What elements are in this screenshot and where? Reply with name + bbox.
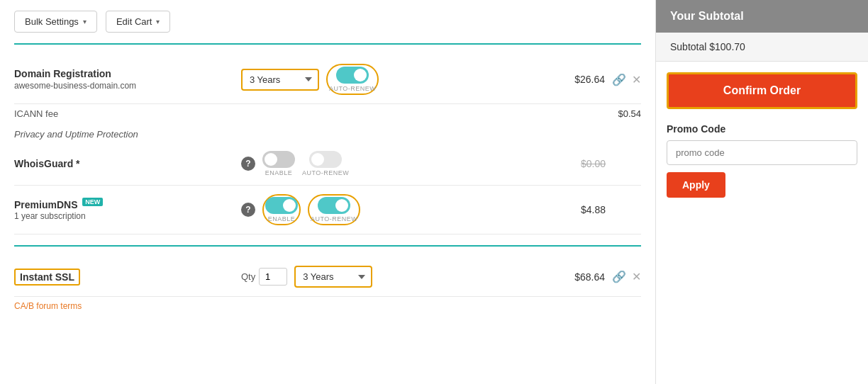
bulk-settings-button[interactable]: Bulk Settings ▾ [14,11,97,33]
whoisguard-autorenew-wrapper: AUTO-RENEW [302,151,349,176]
ssl-row: Instant SSL Qty 1 Year 2 Years 3 Years $… [14,257,641,297]
confirm-order-button[interactable]: Confirm Order [667,72,857,109]
sidebar-subtotal-label: Subtotal [670,41,706,52]
ssl-price: $68.64 [562,271,605,283]
premiumdns-autorenew-toggle[interactable] [318,197,350,214]
domain-price: $26.64 [562,74,605,85]
domain-registration-row: Domain Registration awesome-business-dom… [14,55,641,104]
ssl-name-wrapper: Instant SSL [14,269,241,286]
premiumdns-autorenew-label: AUTO-RENEW [311,215,357,222]
whoisguard-autorenew-label: AUTO-RENEW [302,169,349,176]
ssl-qty-input[interactable] [259,268,287,286]
premiumdns-enable-label: ENABLE [268,215,296,222]
sidebar-title: Your Subtotal [670,10,744,22]
premiumdns-price: $4.88 [563,204,606,215]
promo-section: Promo Code Apply [656,113,868,208]
whoisguard-autorenew-toggle [309,151,342,168]
premiumdns-badge: NEW [82,198,103,206]
section-divider [14,245,641,247]
domain-delete-icon[interactable]: ✕ [632,73,641,86]
domain-autorenew-label: AUTO-RENEW [329,85,376,92]
ssl-actions: 🔗 ✕ [612,270,641,283]
edit-cart-arrow: ▾ [156,18,160,26]
whoisguard-enable-toggle[interactable] [262,151,295,168]
premiumdns-info: PremiumDNS NEW 1 year subscription [14,198,241,222]
privacy-section-label: Privacy and Uptime Protection [14,123,641,142]
ssl-name: Instant SSL [14,269,80,286]
promo-input[interactable] [667,140,857,165]
sidebar: Your Subtotal Subtotal $100.70 Confirm O… [655,0,868,384]
domain-years-select[interactable]: 1 Year 2 Years 3 Years 5 Years 10 Years [241,69,319,91]
whoisguard-help-icon[interactable]: ? [241,157,255,171]
whoisguard-controls: ? ENABLE AUTO-RENEW [241,151,563,176]
confirm-btn-wrapper: Confirm Order [656,62,868,113]
domain-subtitle: awesome-business-domain.com [14,81,241,91]
premiumdns-subtitle: 1 year subscription [14,211,241,221]
premiumdns-name: PremiumDNS NEW [14,198,241,210]
ssl-delete-icon[interactable]: ✕ [632,270,641,283]
whoisguard-row: WhoisGuard * ? ENABLE AUTO-RENEW [14,142,641,186]
cab-link[interactable]: CA/B forum terms [14,301,82,311]
domain-name: Domain Registration [14,68,241,79]
sidebar-header: Your Subtotal [656,0,868,33]
icann-row: ICANN fee $0.54 [14,104,641,123]
ssl-years-select[interactable]: 1 Year 2 Years 3 Years [294,266,372,288]
ssl-qty-label: Qty [241,271,255,282]
whoisguard-name: WhoisGuard * [14,158,241,169]
premiumdns-autorenew-wrapper: AUTO-RENEW [308,194,360,225]
domain-actions: 🔗 ✕ [612,73,641,86]
ssl-info: Instant SSL [14,269,241,286]
cab-row: CA/B forum terms [14,297,641,318]
whoisguard-info: WhoisGuard * [14,158,241,169]
premiumdns-controls: ? ENABLE AUTO-RENEW [241,194,563,225]
bulk-settings-label: Bulk Settings [25,16,79,27]
edit-cart-label: Edit Cart [116,16,152,27]
domain-info: Domain Registration awesome-business-dom… [14,68,241,91]
whoisguard-enable-label: ENABLE [265,169,293,176]
domain-controls: 1 Year 2 Years 3 Years 5 Years 10 Years … [241,64,562,95]
toolbar: Bulk Settings ▾ Edit Cart ▾ [14,11,641,45]
edit-cart-button[interactable]: Edit Cart ▾ [106,11,171,33]
apply-button[interactable]: Apply [667,172,725,198]
premiumdns-enable-wrapper: ENABLE [262,194,301,225]
cart-main: Bulk Settings ▾ Edit Cart ▾ Domain Regis… [0,0,655,384]
whoisguard-enable-wrapper: ENABLE [262,151,295,176]
premiumdns-help-icon[interactable]: ? [241,203,255,217]
icann-price: $0.54 [618,108,641,119]
icann-label: ICANN fee [14,108,58,119]
ssl-link-icon[interactable]: 🔗 [612,270,626,283]
domain-autorenew-toggle[interactable] [336,67,369,84]
premiumdns-row: PremiumDNS NEW 1 year subscription ? ENA… [14,186,641,235]
premiumdns-enable-toggle[interactable] [265,197,298,214]
ssl-qty-wrapper: Qty [241,268,287,286]
promo-label: Promo Code [667,123,857,135]
bulk-settings-arrow: ▾ [83,18,87,26]
sidebar-subtotal-row: Subtotal $100.70 [656,33,868,62]
domain-autorenew-toggle-wrapper: AUTO-RENEW [326,64,379,95]
domain-link-icon[interactable]: 🔗 [612,73,626,86]
ssl-controls: Qty 1 Year 2 Years 3 Years [241,266,562,288]
sidebar-subtotal-value: $100.70 [709,41,745,52]
whoisguard-price: $0.00 [563,158,606,169]
